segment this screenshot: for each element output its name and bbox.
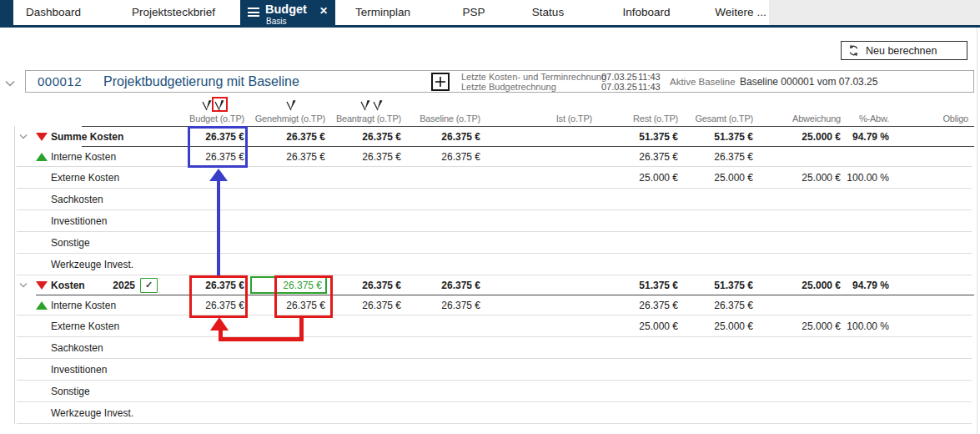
column-header-obligo[interactable]: Obligo xyxy=(892,114,972,124)
hamburger-icon[interactable] xyxy=(248,8,259,19)
add-button[interactable] xyxy=(431,73,450,91)
column-header-pabw[interactable]: %-Abw. xyxy=(844,114,892,124)
tab-psp[interactable]: PSP xyxy=(462,0,485,25)
row-label-cell: Investitionen xyxy=(17,210,171,231)
content-area: Neu berechnen 000012 Projektbudgetierung… xyxy=(0,28,980,434)
table-cell: 51.375 € xyxy=(681,131,756,143)
table-cell[interactable]: 26.375 € xyxy=(250,276,327,294)
row-chevron-icon[interactable] xyxy=(19,282,36,288)
table-header-row: Budget (o.TP) Genehmigt (o.TP) Beantragt… xyxy=(17,114,972,124)
tab-projektsteckbrief[interactable]: Projektsteckbrief xyxy=(132,0,215,25)
column-header-budget[interactable]: Budget (o.TP) xyxy=(171,114,248,124)
column-header xyxy=(17,114,171,124)
table-cell: 26.375 € xyxy=(171,300,248,311)
column-header-beantragt[interactable]: Beantragt (o.TP) xyxy=(329,114,405,124)
trend-icon xyxy=(36,133,48,141)
table-cell: 25.000 € xyxy=(756,172,844,184)
table-row[interactable]: Werkzeuge Invest. xyxy=(17,402,972,424)
column-header-ist[interactable]: Ist (o.TP) xyxy=(484,114,596,124)
row-label-cell: Summe Kosten xyxy=(17,127,171,146)
calc-times: 11:43 11:43 xyxy=(638,72,661,92)
table-row[interactable]: Sachkosten xyxy=(17,189,972,210)
filter-edit-icon[interactable] xyxy=(360,99,371,111)
check-icon: ✓ xyxy=(145,280,153,290)
table-cell: 26.375 € xyxy=(329,300,405,311)
tab-infoboard[interactable]: Infoboard xyxy=(622,0,670,25)
table-row[interactable]: Sachkosten xyxy=(17,337,972,359)
table-cell: 26.375 € xyxy=(329,280,405,291)
table-row[interactable]: Summe Kosten 26.375 €26.375 €26.375 €26.… xyxy=(17,127,972,147)
table-cell: 26.375 € xyxy=(171,280,248,291)
table-cell: 25.000 € xyxy=(596,172,681,184)
filter-icons-genehmigt[interactable] xyxy=(286,99,297,111)
table-cell: 26.375 € xyxy=(681,300,756,311)
table-cell: 26.375 € xyxy=(329,151,405,163)
table-cell: 25.000 € xyxy=(756,280,844,291)
active-baseline-value[interactable]: Baseline 000001 vom 07.03.25 xyxy=(740,76,877,88)
table-cell: 26.375 € xyxy=(329,131,405,143)
project-title[interactable]: Projektbudgetierung mit Baseline xyxy=(103,74,299,89)
filter-icons-budget[interactable] xyxy=(202,99,225,111)
tab-status[interactable]: Status xyxy=(532,0,564,25)
column-header-rest[interactable]: Rest (o.TP) xyxy=(596,114,681,124)
table-row[interactable]: Kosten 2025 ✓ 26.375 €26.375 €26.375 €26… xyxy=(17,275,972,295)
table-row[interactable]: Investitionen xyxy=(17,359,972,381)
table-cell: 25.000 € xyxy=(756,320,844,332)
project-chevron-icon[interactable] xyxy=(5,75,15,90)
row-label-cell: Kosten 2025 ✓ xyxy=(17,275,171,295)
tab-bar: Dashboard Projektsteckbrief Budget ✕ Bas… xyxy=(0,0,980,28)
last-budget-calc-date: 07.03.25 xyxy=(601,82,637,92)
table-row[interactable]: Externe Kosten 25.000 €25.000 €25.000 €1… xyxy=(17,167,972,189)
table-body: Summe Kosten 26.375 €26.375 €26.375 €26.… xyxy=(17,127,972,424)
last-budget-calc-time: 11:43 xyxy=(638,82,661,92)
table-row[interactable]: Investitionen xyxy=(17,210,972,232)
row-year: 2025 xyxy=(113,280,135,291)
table-cell: 94.79 % xyxy=(844,131,892,143)
row-checkbox[interactable]: ✓ xyxy=(140,278,158,293)
row-chevron-icon[interactable] xyxy=(19,134,36,139)
column-header-baseline[interactable]: Baseline (o.TP) xyxy=(405,114,484,124)
row-label: Interne Kosten xyxy=(51,151,116,163)
project-id[interactable]: 000012 xyxy=(38,74,82,88)
row-label: Investitionen xyxy=(51,364,107,376)
recalculate-label: Neu berechnen xyxy=(866,45,937,57)
tab-terminplan[interactable]: Terminplan xyxy=(355,0,410,25)
table-row[interactable]: Sonstige xyxy=(17,381,972,402)
row-label: Sachkosten xyxy=(51,194,103,205)
table-cell: 26.375 € xyxy=(405,131,484,143)
row-label: Kosten xyxy=(51,280,85,291)
table-cell: 26.375 € xyxy=(596,151,681,163)
column-header-gesamt[interactable]: Gesamt (o.TP) xyxy=(681,114,756,124)
row-label-cell: Werkzeuge Invest. xyxy=(17,254,171,275)
filter-edit-icon[interactable] xyxy=(373,99,384,111)
column-header-genehmigt[interactable]: Genehmigt (o.TP) xyxy=(248,114,329,124)
tab-weitere[interactable]: Weitere ... xyxy=(715,0,766,25)
recalculate-button[interactable]: Neu berechnen xyxy=(841,41,967,60)
table-row[interactable]: Externe Kosten 25.000 €25.000 €25.000 €1… xyxy=(17,315,972,337)
row-label: Werkzeuge Invest. xyxy=(51,407,133,419)
row-label: Externe Kosten xyxy=(51,320,119,332)
last-budget-calc-label: Letzte Budgetrechnung xyxy=(461,82,606,92)
table-row[interactable]: Interne Kosten 26.375 €26.375 €26.375 €2… xyxy=(17,147,972,167)
row-label: Externe Kosten xyxy=(51,172,119,184)
filter-edit-icon[interactable] xyxy=(214,99,225,111)
table-row[interactable]: Werkzeuge Invest. xyxy=(17,254,972,275)
active-tab-subtitle: Basis xyxy=(266,17,286,26)
trend-icon xyxy=(36,301,48,310)
table-cell: 25.000 € xyxy=(596,320,681,332)
table-row[interactable]: Sonstige xyxy=(17,232,972,254)
filter-edit-icon[interactable] xyxy=(286,99,297,111)
app-window: Dashboard Projektsteckbrief Budget ✕ Bas… xyxy=(0,0,980,434)
close-icon[interactable]: ✕ xyxy=(319,5,328,17)
column-header-abweichung[interactable]: Abweichung xyxy=(756,114,844,124)
active-tab-label: Budget xyxy=(265,3,307,16)
table-row[interactable]: Interne Kosten 26.375 €26.375 €26.375 €2… xyxy=(17,295,972,315)
last-cost-calc-time: 11:43 xyxy=(638,72,661,82)
filter-edit-icon[interactable] xyxy=(202,99,213,111)
filter-icons-beantragt[interactable] xyxy=(360,99,384,111)
row-label-cell: Interne Kosten xyxy=(17,147,171,166)
tab-dashboard[interactable]: Dashboard xyxy=(26,0,81,25)
tab-budget-active[interactable]: Budget ✕ Basis xyxy=(240,0,335,28)
row-label: Werkzeuge Invest. xyxy=(51,259,133,270)
table-cell: 26.375 € xyxy=(171,131,248,143)
